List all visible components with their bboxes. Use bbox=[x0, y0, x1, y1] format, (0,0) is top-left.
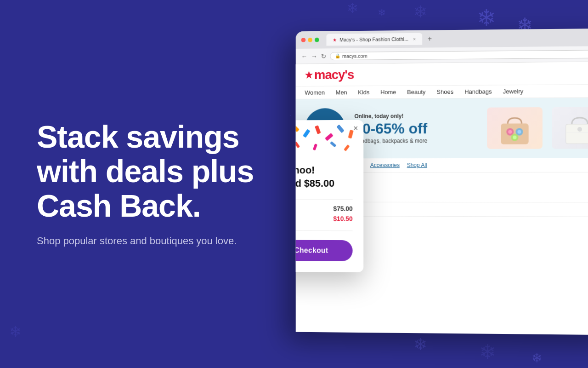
popup-title: Woohoo! You saved $85.00 bbox=[296, 164, 353, 190]
back-button[interactable]: ← bbox=[301, 52, 307, 60]
snowflake-decoration-4: ❄ bbox=[347, 0, 358, 16]
dot-yellow[interactable] bbox=[308, 38, 312, 42]
browser-nav: ← → ↻ 🔒 macys.com bbox=[296, 46, 588, 64]
confetti-16 bbox=[296, 141, 300, 148]
address-text: macys.com bbox=[342, 53, 368, 58]
cashback-value: $10.50 bbox=[333, 215, 352, 223]
confetti-18 bbox=[330, 141, 336, 147]
popup-savings: Coupon: FLASH $75.00 6% Cash Back: $10.5… bbox=[296, 199, 353, 231]
confetti-6 bbox=[296, 124, 300, 132]
browser-dots bbox=[301, 38, 319, 42]
nav-item-shoes[interactable]: Shoes bbox=[436, 88, 453, 95]
browser-chrome: ★ Macy's - Shop Fashion Clothi... × + bbox=[296, 29, 588, 49]
svg-point-9 bbox=[577, 127, 582, 132]
nav-item-men[interactable]: Men bbox=[336, 89, 347, 96]
forward-button[interactable]: → bbox=[311, 52, 317, 60]
macys-nav: Women Men Kids Home Beauty Shoes Handbag… bbox=[296, 85, 588, 99]
macys-star: ★ bbox=[305, 69, 312, 80]
address-bar[interactable]: 🔒 macys.com bbox=[330, 50, 588, 60]
flash-sale-text: Online, today only! 50-65% off Handbags,… bbox=[355, 113, 478, 144]
coupon-row: Coupon: FLASH $75.00 bbox=[296, 205, 353, 212]
flash-sub: Handbags, backpacks & more bbox=[355, 138, 478, 144]
popup-body: Woohoo! You saved $85.00 Coupon: FLASH $… bbox=[296, 156, 364, 272]
second-handbag-svg bbox=[559, 109, 588, 147]
popup-title-line2: You saved $85.00 bbox=[296, 178, 334, 189]
refresh-button[interactable]: ↻ bbox=[321, 52, 327, 60]
popup-close-button[interactable]: × bbox=[353, 124, 358, 133]
nav-item-kids[interactable]: Kids bbox=[358, 89, 369, 96]
return-to-checkout-button[interactable]: Return to Checkout bbox=[296, 240, 353, 261]
flash-today-label: Online, today only! bbox=[355, 113, 478, 120]
subtext: Shop popular stores and boutiques you lo… bbox=[37, 234, 294, 248]
confetti-19 bbox=[344, 144, 350, 151]
dot-red[interactable] bbox=[301, 38, 305, 42]
snowflake-decoration-7: ❄ bbox=[413, 335, 427, 354]
tab-title: Macy's - Shop Fashion Clothi... bbox=[339, 36, 408, 42]
link-shop-all[interactable]: Shop All bbox=[407, 162, 427, 168]
tab-favicon: ★ bbox=[333, 37, 337, 42]
confetti-10 bbox=[336, 124, 344, 133]
browser-window: ★ Macy's - Shop Fashion Clothi... × + ← … bbox=[296, 29, 588, 335]
browser-tab[interactable]: ★ Macy's - Shop Fashion Clothi... × bbox=[326, 33, 422, 46]
new-tab-button[interactable]: + bbox=[428, 34, 432, 43]
svg-point-4 bbox=[508, 130, 512, 134]
nav-item-beauty[interactable]: Beauty bbox=[407, 88, 425, 95]
left-panel: Stack savings with deals plus Cash Back.… bbox=[0, 0, 331, 368]
coupon-value: $75.00 bbox=[333, 205, 352, 213]
confetti-7 bbox=[303, 129, 311, 138]
headline: Stack savings with deals plus Cash Back. bbox=[37, 120, 294, 223]
second-bag-image bbox=[552, 107, 588, 149]
snowflake-decoration-2: ❄ bbox=[413, 2, 427, 22]
flash-image bbox=[487, 107, 543, 149]
tab-close-btn[interactable]: × bbox=[413, 36, 416, 41]
confetti-11 bbox=[348, 130, 354, 138]
snowflake-decoration-10: ❄ bbox=[378, 7, 386, 19]
popup-modal: × Woohoo! You saved $85.00 Coupon: FLASH… bbox=[296, 120, 364, 272]
confetti-17 bbox=[313, 144, 317, 150]
link-accessories[interactable]: Accessories bbox=[370, 162, 400, 168]
cashback-row: 6% Cash Back: $10.50 bbox=[296, 215, 353, 222]
macys-header: ★ macy's bbox=[296, 62, 588, 86]
confetti-8 bbox=[315, 125, 321, 134]
svg-rect-7 bbox=[566, 124, 588, 144]
handbag-svg bbox=[492, 109, 538, 147]
snowflake-decoration-6: ❄ bbox=[479, 340, 496, 363]
nav-item-jewelry[interactable]: Jewelry bbox=[503, 88, 523, 95]
flash-percent: 50-65% off bbox=[355, 121, 478, 136]
snowflake-decoration-8: ❄ bbox=[531, 351, 542, 366]
nav-item-home[interactable]: Home bbox=[380, 89, 396, 96]
lock-icon: 🔒 bbox=[335, 53, 340, 58]
svg-point-6 bbox=[513, 136, 516, 139]
nav-item-women[interactable]: Women bbox=[305, 89, 325, 96]
dot-green[interactable] bbox=[315, 38, 319, 42]
nav-item-handbags[interactable]: Handbags bbox=[464, 88, 492, 95]
popup-title-line1: Woohoo! bbox=[296, 164, 315, 176]
svg-point-5 bbox=[517, 130, 521, 134]
macys-logo: ★ macy's bbox=[305, 68, 354, 82]
macys-logo-text: macy's bbox=[314, 68, 354, 82]
confetti-9 bbox=[325, 133, 334, 141]
snowflake-decoration-1: ❄ bbox=[477, 5, 496, 31]
